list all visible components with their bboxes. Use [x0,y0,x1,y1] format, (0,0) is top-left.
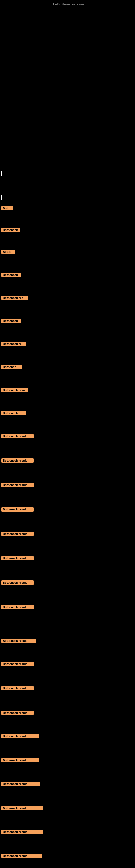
bottleneck-result-label: Bottle [1,250,15,254]
cursor-line [1,195,2,200]
bottleneck-result-label: Bottleneck [1,228,20,232]
bottleneck-result-label: Bottleneck [1,273,21,277]
bottleneck-result-label: Bottlenec [1,365,22,369]
bottleneck-result-label: Bottleneck result [1,711,34,715]
bottleneck-result-label: Bottleneck result [1,507,34,512]
bottleneck-result-label: Bottleneck result [1,556,34,560]
bottleneck-result-label: Bottleneck r [1,411,26,415]
bottleneck-result-label: Bottleneck result [1,662,34,666]
bottleneck-result-label: Bottleneck resu [1,388,28,392]
bottleneck-result-label: Bottleneck result [1,806,43,810]
cursor-line [1,171,2,176]
bottleneck-result-label: Bottleneck re [1,342,26,346]
bottleneck-result-label: Bottleneck result [1,782,40,786]
bottleneck-result-label: Bottleneck res [1,296,28,300]
bottleneck-result-label: Bottleneck result [1,830,43,834]
bottleneck-result-label: Bottleneck result [1,434,34,438]
bottleneck-result-label: Bottleneck result [1,532,34,536]
bottleneck-result-label: Bottleneck result [1,581,34,585]
bottleneck-result-label: Bottleneck result [1,686,34,690]
bottleneck-result-label: Bottleneck [1,319,21,323]
site-title: TheBottlenecker.com [51,2,84,6]
bottleneck-result-label: Bottleneck result [1,605,34,609]
bottleneck-result-label: Bottl [1,206,13,211]
bottleneck-result-label: Bottleneck result [1,734,39,738]
bottleneck-result-label: Bottleneck result [1,639,37,643]
bottleneck-result-label: Bottleneck result [1,458,34,463]
bottleneck-result-label: Bottleneck result [1,854,42,858]
bottleneck-result-label: Bottleneck result [1,483,34,487]
bottleneck-result-label: Bottleneck result [1,758,39,763]
